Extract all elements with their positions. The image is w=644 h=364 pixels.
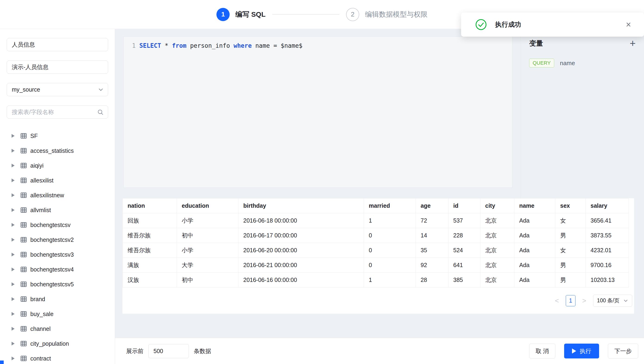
datasource-select[interactable]: my_source <box>7 83 108 96</box>
tree-item-label: access_statistics <box>30 147 74 154</box>
table-cell: 92 <box>416 258 448 273</box>
table-cell: 维吾尔族 <box>123 243 177 258</box>
table-tree-item[interactable]: buy_sale <box>7 306 108 321</box>
run-button[interactable]: 执行 <box>564 344 599 358</box>
spacer <box>115 314 644 338</box>
variable-item[interactable]: QUERY name <box>529 59 636 67</box>
table-tree-item[interactable]: aiqiyi <box>7 158 108 173</box>
table-tree-item[interactable]: bochengtestcsv2 <box>7 232 108 247</box>
table-tree-item[interactable]: SF <box>7 128 108 143</box>
sql-token: from <box>172 42 186 49</box>
table-tree-item[interactable]: allesxilistnew <box>7 188 108 203</box>
caret-right-icon[interactable] <box>12 193 14 197</box>
search-icon <box>97 109 104 116</box>
caret-right-icon[interactable] <box>12 208 14 212</box>
page-prev-icon[interactable]: < <box>553 297 561 305</box>
table-cell: 537 <box>448 213 480 228</box>
table-cell: 35 <box>416 243 448 258</box>
tree-item-label: bochengtestcsv4 <box>30 266 74 273</box>
caret-right-icon[interactable] <box>12 178 14 182</box>
column-header: birthday <box>238 199 364 213</box>
caret-right-icon[interactable] <box>12 238 14 242</box>
variables-panel: 变量 + QUERY name <box>520 29 644 198</box>
row-limit-input[interactable] <box>148 344 189 358</box>
table-grid-icon <box>20 192 27 199</box>
dataset-name-input[interactable] <box>7 38 108 51</box>
next-step-button[interactable]: 下一步 <box>608 344 638 358</box>
table-cell: 北京 <box>480 243 514 258</box>
column-header: nation <box>123 199 177 213</box>
table-grid-icon <box>20 162 27 169</box>
results-table: nationeducationbirthdaymarriedageidcityn… <box>122 198 629 287</box>
table-cell: 28 <box>416 273 448 287</box>
table-grid-icon <box>20 355 27 362</box>
table-cell: 维吾尔族 <box>123 228 177 243</box>
caret-right-icon[interactable] <box>12 356 14 360</box>
table-cell: 男 <box>555 273 586 287</box>
caret-right-icon[interactable] <box>12 223 14 227</box>
play-icon <box>572 348 576 353</box>
step-1-write-sql[interactable]: 1 编写 SQL <box>216 8 266 21</box>
table-row: 满族大学2016-06-21 00:00:00092641北京Ada男9700.… <box>123 258 629 273</box>
table-tree-item[interactable]: bochengtestcsv5 <box>7 277 108 292</box>
table-cell: 北京 <box>480 258 514 273</box>
column-header: education <box>177 199 238 213</box>
table-tree: SF access_statistics aiqiyi <box>7 128 108 364</box>
table-row: 维吾尔族初中2016-06-17 00:00:00014228北京Ada男387… <box>123 228 629 243</box>
table-tree-item[interactable]: bochengtestcsv3 <box>7 247 108 262</box>
bottom-left-accent <box>0 360 4 364</box>
results-header-row: nationeducationbirthdaymarriedageidcityn… <box>123 199 629 213</box>
table-tree-item[interactable]: access_statistics <box>7 143 108 158</box>
success-check-icon <box>475 19 487 30</box>
variables-title: 变量 <box>529 39 543 48</box>
table-cell: 1 <box>364 273 416 287</box>
tree-item-label: buy_sale <box>30 311 54 317</box>
table-cell: 3873.55 <box>586 228 629 243</box>
caret-right-icon[interactable] <box>12 342 14 345</box>
table-grid-icon <box>20 310 27 317</box>
current-page-button[interactable]: 1 <box>566 295 576 306</box>
column-header: name <box>514 199 555 213</box>
chevron-down-icon <box>98 87 104 93</box>
table-cell: 385 <box>448 273 480 287</box>
close-icon[interactable]: × <box>626 20 631 29</box>
cancel-button[interactable]: 取 消 <box>529 344 555 358</box>
table-tree-item[interactable]: channel <box>7 321 108 336</box>
step-2-label: 编辑数据模型与权限 <box>365 10 428 19</box>
caret-right-icon[interactable] <box>12 253 14 256</box>
table-tree-item[interactable]: contract <box>7 351 108 364</box>
table-tree-item[interactable]: city_population <box>7 336 108 351</box>
column-header: married <box>364 199 416 213</box>
code-line: 1 SELECT * from person_info where name =… <box>124 42 512 49</box>
column-header: salary <box>586 199 629 213</box>
tree-item-label: bochengtestcsv3 <box>30 251 74 258</box>
table-cell: 小学 <box>177 213 238 228</box>
table-tree-item[interactable]: allesxilist <box>7 173 108 188</box>
caret-right-icon[interactable] <box>12 149 14 152</box>
caret-right-icon[interactable] <box>12 282 14 286</box>
table-cell: 3656.41 <box>586 213 629 228</box>
table-tree-item[interactable]: bochengtestcsv4 <box>7 262 108 277</box>
search-input[interactable] <box>7 105 108 119</box>
dataset-display-name-input[interactable] <box>7 61 108 74</box>
table-tree-item[interactable]: allvmlist <box>7 203 108 218</box>
column-header: city <box>480 199 514 213</box>
page-size-select[interactable]: 100 条/页 <box>593 295 632 307</box>
step-2-edit-model[interactable]: 2 编辑数据模型与权限 <box>346 8 428 21</box>
table-row: 维吾尔族小学2016-06-20 00:00:00035524北京Ada女423… <box>123 243 629 258</box>
caret-right-icon[interactable] <box>12 134 14 138</box>
page-next-icon[interactable]: > <box>580 297 588 305</box>
caret-right-icon[interactable] <box>12 312 14 316</box>
caret-right-icon[interactable] <box>12 297 14 301</box>
column-header: id <box>448 199 480 213</box>
caret-right-icon[interactable] <box>12 327 14 331</box>
add-variable-icon[interactable]: + <box>630 38 636 49</box>
table-cell: 男 <box>555 228 586 243</box>
table-grid-icon <box>20 266 27 273</box>
table-tree-item[interactable]: bochengtestcsv <box>7 218 108 232</box>
caret-right-icon[interactable] <box>12 268 14 271</box>
table-tree-item[interactable]: brand <box>7 292 108 306</box>
caret-right-icon[interactable] <box>12 164 14 167</box>
sql-editor[interactable]: 1 SELECT * from person_info where name =… <box>124 36 512 188</box>
tree-item-label: bochengtestcsv5 <box>30 281 74 288</box>
